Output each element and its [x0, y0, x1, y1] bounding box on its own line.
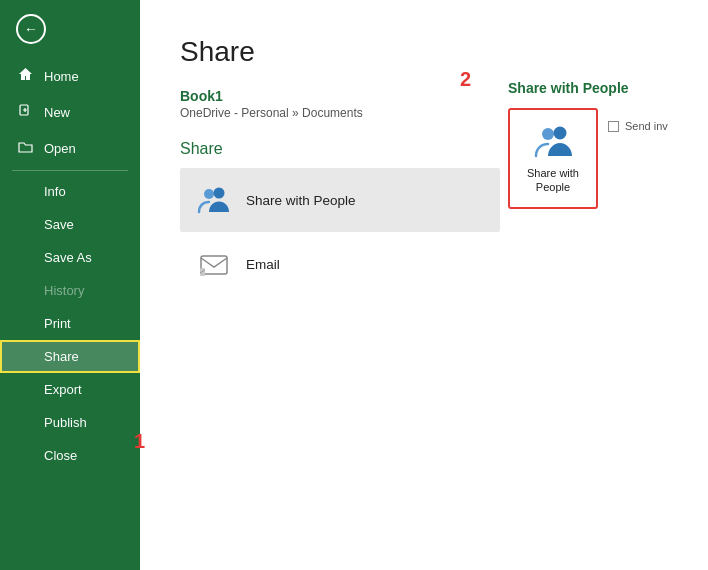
share-with-people-icon	[196, 182, 232, 218]
share-with-people-label: Share with People	[246, 193, 356, 208]
sidebar-item-open-label: Open	[44, 141, 76, 156]
email-option[interactable]: Email	[180, 232, 500, 296]
send-invite-row: Send inv	[608, 120, 668, 132]
sidebar-item-share[interactable]: Share	[0, 340, 140, 373]
sidebar-item-home-label: Home	[44, 69, 79, 84]
svg-point-2	[214, 188, 225, 199]
sidebar-item-print[interactable]: Print	[0, 307, 140, 340]
sidebar-item-export-label: Export	[44, 382, 82, 397]
sidebar-item-save-as-label: Save As	[44, 250, 92, 265]
sidebar-item-save-as[interactable]: Save As	[0, 241, 140, 274]
svg-point-6	[554, 127, 567, 140]
open-icon	[16, 139, 34, 157]
svg-point-1	[204, 189, 214, 199]
sidebar-item-share-label: Share	[44, 349, 79, 364]
sidebar-item-publish-label: Publish	[44, 415, 87, 430]
share-options-list: Share with People Email	[180, 168, 500, 296]
right-panel: Share with People 2 Share with People Se…	[488, 60, 708, 229]
sidebar-item-open[interactable]: Open	[0, 130, 140, 166]
main-content: Share Book1 OneDrive - Personal » Docume…	[140, 0, 708, 570]
divider-1	[12, 170, 128, 171]
sidebar-item-new[interactable]: New	[0, 94, 140, 130]
sidebar-item-publish[interactable]: Publish	[0, 406, 140, 439]
sidebar-item-close-label: Close	[44, 448, 77, 463]
sidebar-item-close[interactable]: Close	[0, 439, 140, 472]
back-icon: ←	[16, 14, 46, 44]
share-with-people-option[interactable]: Share with People	[180, 168, 500, 232]
send-invite-label: Send inv	[625, 120, 668, 132]
home-icon	[16, 67, 34, 85]
share-with-people-box[interactable]: Share with People	[508, 108, 598, 209]
share-with-people-box-label: Share with People	[522, 166, 584, 195]
sidebar-item-history-label: History	[44, 283, 84, 298]
right-panel-title: Share with People	[508, 80, 688, 96]
new-icon	[16, 103, 34, 121]
sidebar-item-print-label: Print	[44, 316, 71, 331]
sidebar-item-save[interactable]: Save	[0, 208, 140, 241]
step2-badge: 2	[460, 68, 471, 91]
email-icon	[196, 246, 232, 282]
back-button[interactable]: ←	[0, 0, 140, 58]
email-label: Email	[246, 257, 280, 272]
sidebar-item-history: History	[0, 274, 140, 307]
svg-point-5	[542, 128, 554, 140]
send-invite-checkbox[interactable]	[608, 121, 619, 132]
sidebar-item-info-label: Info	[44, 184, 66, 199]
sidebar-item-export[interactable]: Export	[0, 373, 140, 406]
sidebar-item-save-label: Save	[44, 217, 74, 232]
sidebar-item-home[interactable]: Home	[0, 58, 140, 94]
sidebar-item-info[interactable]: Info	[0, 175, 140, 208]
share-with-people-box-icon	[532, 122, 574, 158]
sidebar: ← Home New	[0, 0, 140, 570]
sidebar-nav: Home New Open Info	[0, 58, 140, 570]
sidebar-item-new-label: New	[44, 105, 70, 120]
